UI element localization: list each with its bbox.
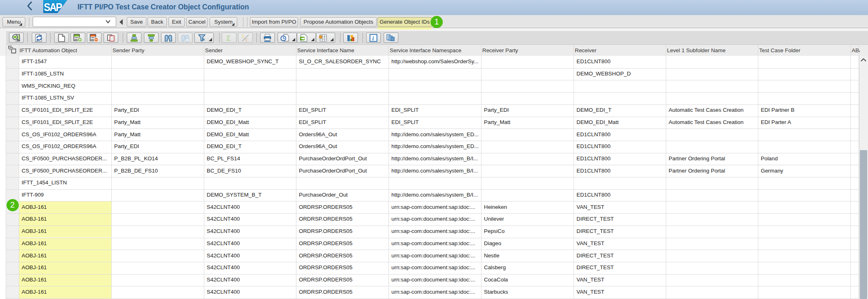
svg-text:SAP: SAP: [44, 0, 62, 13]
svg-text:Σ: Σ: [242, 34, 245, 39]
svg-text:Σ: Σ: [226, 34, 231, 42]
svg-text:i: i: [372, 35, 374, 41]
